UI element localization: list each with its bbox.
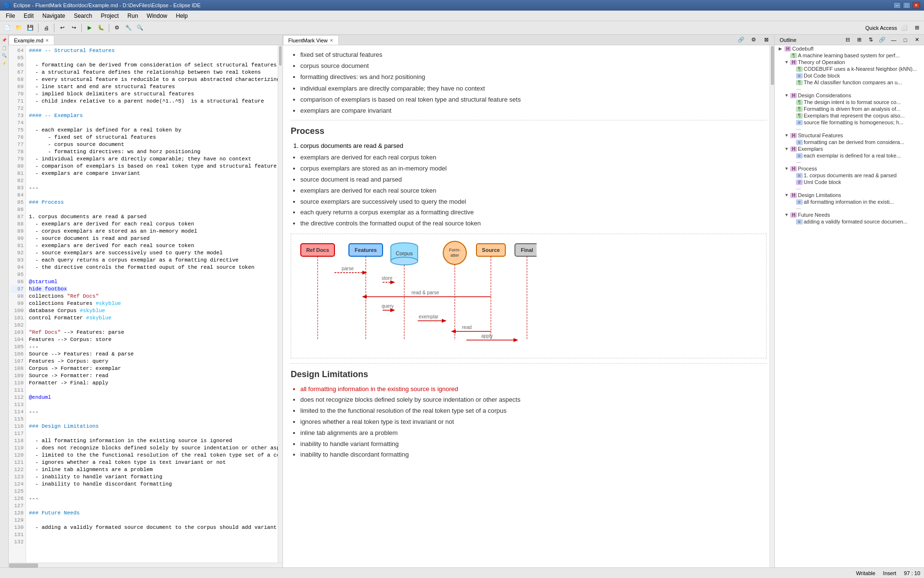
outline-text: Exemplars that represent the corpus also… (804, 113, 905, 118)
menu-run[interactable]: Run (124, 12, 142, 20)
outline-maximize[interactable]: □ (900, 35, 911, 45)
outline-tab-left: Outline (777, 36, 799, 44)
preview-icon-3[interactable]: ⊠ (761, 34, 771, 45)
save-button[interactable]: 💾 (25, 23, 36, 33)
sidebar-icon-1[interactable]: 📌 (1, 37, 8, 43)
outline-item-formatting-driven[interactable]: ¶ Formatting is driven from an analysis … (775, 105, 924, 112)
outline-item-uml-code[interactable]: # Uml Code block (775, 179, 924, 185)
outline-item-design-intent[interactable]: ¶ The design intent is to format source … (775, 99, 924, 105)
menu-help[interactable]: Help (172, 12, 192, 20)
outline-text: formatting can be derived from considera… (804, 139, 904, 145)
outline-text: The AI classifier function compares an u… (804, 79, 902, 85)
sidebar-icon-4[interactable]: ⚡ (1, 60, 8, 66)
outline-text: each exemplar is defined for a real toke… (804, 153, 901, 158)
preview-scroll-thumb[interactable] (771, 46, 774, 85)
list-item: source document is read and parsed (300, 175, 767, 185)
toolbar-view-btn[interactable]: ⊞ (911, 23, 922, 33)
toolbar-btn-extra3[interactable]: 🔍 (135, 23, 145, 33)
minimize-button[interactable]: ─ (893, 2, 901, 9)
svg-text:Final: Final (521, 247, 533, 253)
svg-text:store: store (382, 276, 393, 281)
preview-tab-close[interactable]: ✕ (330, 38, 334, 43)
toolbar-perspective-btn[interactable]: ⬜ (899, 23, 910, 33)
outline-item-design-considerations[interactable]: ▼ H Design Considerations (775, 92, 924, 99)
outline-item-codebuff-uses[interactable]: ¶ CODEBUFF uses a k-Nearest Neighbor (kN… (775, 66, 924, 72)
menu-window[interactable]: Window (143, 12, 171, 20)
outline-item-p1[interactable]: ¶ A machine learning based system for pe… (775, 52, 924, 59)
outline-item-theory[interactable]: ▼ H Theory of Operation (775, 59, 924, 66)
outline-expand-all[interactable]: ⊞ (854, 35, 864, 45)
menu-edit[interactable]: Edit (20, 12, 38, 20)
editor-tab-close[interactable]: ✕ (45, 38, 49, 43)
outline-link[interactable]: 🔗 (877, 35, 887, 45)
toolbar-btn-extra2[interactable]: 🔧 (123, 23, 134, 33)
list-item: exemplars are derived for each real sour… (300, 186, 767, 196)
preview-content: fixed set of structural features corpus … (283, 45, 774, 567)
quick-access-area: Quick Access ⬜ ⊞ (865, 23, 922, 33)
undo-button[interactable]: ↩ (57, 23, 67, 33)
outline-item-ai-classifier[interactable]: ¶ The AI classifier function compares an… (775, 79, 924, 86)
toolbar-btn-extra1[interactable]: ⚙ (112, 23, 122, 33)
outline-item-source-formatting-homo[interactable]: ≡ source file formatting is homogeneous;… (775, 119, 924, 126)
sidebar-icon-2[interactable]: 📋 (1, 44, 8, 51)
outline-text: The design intent is to format source co… (804, 99, 901, 105)
outline-item-future-needs[interactable]: ▼ H Future Needs (775, 211, 924, 218)
open-button[interactable]: 📁 (13, 23, 24, 33)
outline-item-process[interactable]: ▼ H Process (775, 165, 924, 172)
svg-point-8 (391, 257, 418, 265)
outline-item-corpus-docs[interactable]: ≡ 1. corpus documents are read & parsed (775, 172, 924, 179)
svg-marker-37 (442, 319, 447, 323)
outline-icon-h: H (790, 193, 797, 198)
list-item: formatting directives: ws and horz posit… (300, 72, 767, 82)
preview-panel: FluentMark View ✕ 🔗 ⚙ ⊠ fixed set of str… (283, 35, 775, 567)
redo-button[interactable]: ↪ (68, 23, 79, 33)
outline-item-exemplars[interactable]: ▼ H Exemplars (775, 145, 924, 152)
code-area[interactable]: #### -- Structural Features - formatting… (26, 45, 278, 563)
toolbar-sep-2 (54, 24, 54, 32)
left-sidebar: 📌 📋 🔍 ⚡ (0, 35, 9, 567)
preview-scrollbar[interactable] (770, 45, 774, 567)
outline-item-each-exemplar[interactable]: ≡ each exemplar is defined for a real to… (775, 152, 924, 159)
menu-file[interactable]: File (2, 12, 19, 20)
menu-project[interactable]: Project (97, 12, 122, 20)
outline-item-dot-code[interactable]: ≡ Dot Code block (775, 72, 924, 79)
menu-search[interactable]: Search (70, 12, 96, 20)
preview-tab[interactable]: FluentMark View ✕ (283, 35, 339, 45)
main-container: 📌 📋 🔍 ⚡ Example.md ✕ 6465666768 69707172… (0, 35, 924, 567)
print-button[interactable]: 🖨 (41, 23, 51, 33)
outline-minimize[interactable]: — (888, 35, 899, 45)
svg-text:Form-: Form- (449, 248, 461, 252)
outline-item-all-formatting[interactable]: ≡ all formatting information in the exis… (775, 198, 924, 205)
outline-collapse-all[interactable]: ⊟ (842, 35, 853, 45)
outline-item-codebuff[interactable]: ▶ H Codebuff (775, 45, 924, 52)
outline-close[interactable]: ✕ (911, 35, 922, 45)
outline-item-adding-validly[interactable]: ≡ adding a validly formated source docum… (775, 218, 924, 225)
run-button[interactable]: ▶ (84, 23, 95, 33)
sidebar-icon-3[interactable]: 🔍 (1, 52, 8, 59)
outline-item-formatting-derived[interactable]: ≡ formatting can be derived from conside… (775, 139, 924, 145)
new-button[interactable]: 📄 (2, 23, 13, 33)
status-right: Writable Insert 97 : 10 (856, 570, 920, 576)
editor-content[interactable]: 6465666768 6970717273 7475767778 7980818… (9, 45, 282, 563)
preview-icon-2[interactable]: ⚙ (748, 34, 759, 45)
outline-sort[interactable]: ⇅ (865, 35, 876, 45)
close-button[interactable]: ✕ (912, 2, 920, 9)
debug-button[interactable]: 🐛 (96, 23, 106, 33)
preview-icon-1[interactable]: 🔗 (736, 34, 746, 45)
editor-scrollbar-v[interactable] (278, 45, 282, 563)
outline-icon-h: H (790, 133, 797, 138)
menu-navigate[interactable]: Navigate (38, 12, 69, 20)
status-bar: Writable Insert 97 : 10 (0, 567, 924, 578)
outline-text: CODEBUFF uses a k-Nearest Neighbor (kNN)… (804, 66, 917, 72)
maximize-button[interactable]: □ (903, 2, 911, 9)
list-item: each query returns a corpus exemplar as … (300, 208, 767, 218)
svg-text:apply: apply (481, 333, 493, 339)
outline-item-structural-features[interactable]: ▼ H Structural Features (775, 132, 924, 139)
outline-tab-label[interactable]: Outline (777, 36, 799, 44)
outline-item-exemplars-represent[interactable]: ¶ Exemplars that represent the corpus al… (775, 112, 924, 119)
editor-scroll-thumb[interactable] (279, 46, 282, 66)
editor-tab-example-md[interactable]: Example.md ✕ (9, 35, 54, 45)
outline-sep-icon: — (796, 86, 801, 92)
editor-hscroll-thumb[interactable] (9, 564, 38, 567)
outline-item-design-limitations[interactable]: ▼ H Design Limitations (775, 192, 924, 198)
